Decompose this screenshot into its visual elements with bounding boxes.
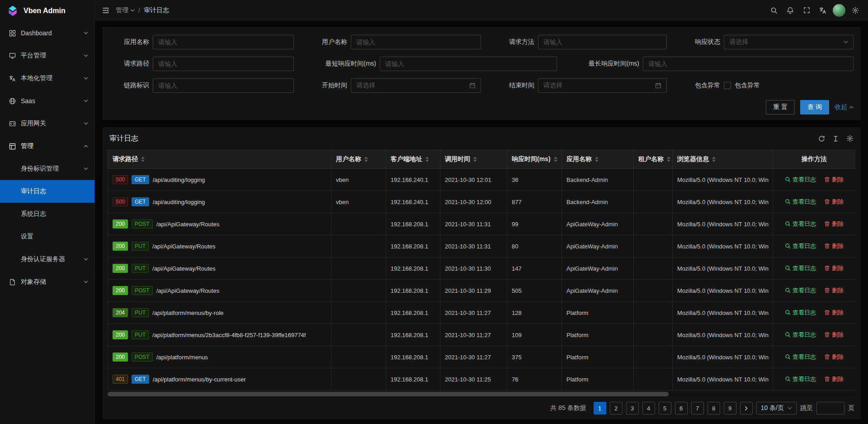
column-settings-icon[interactable]	[846, 135, 854, 142]
delete-button[interactable]: 删除	[824, 220, 844, 228]
column-header-browser[interactable]: 浏览器信息	[673, 150, 773, 169]
delete-button[interactable]: 删除	[824, 286, 844, 295]
sidebar-item-platform[interactable]: 平台管理	[0, 44, 94, 67]
sidebar-subitem-auth-server[interactable]: 身份认证服务器	[0, 248, 94, 271]
page-button-4[interactable]: 4	[642, 402, 655, 414]
sidebar-item-saas[interactable]: Saas	[0, 90, 94, 112]
client-address-cell: 192.168.240.1	[386, 169, 440, 191]
view-log-button[interactable]: 查看日志	[785, 198, 816, 206]
page-button-1[interactable]: 1	[594, 402, 606, 414]
sidebar-subitem-settings[interactable]: 设置	[0, 225, 94, 248]
delete-button[interactable]: 删除	[824, 331, 844, 339]
collapse-toggle[interactable]: 收起	[835, 103, 854, 111]
column-header-ms[interactable]: 响应时间(ms)	[507, 150, 562, 169]
sidebar-item-object-storage[interactable]: 对象存储	[0, 271, 94, 293]
delete-button[interactable]: 删除	[824, 264, 844, 272]
column-header-client[interactable]: 客户端地址	[386, 150, 440, 169]
column-header-tenant[interactable]: 租户名称	[634, 150, 673, 169]
refresh-icon[interactable]	[818, 135, 825, 142]
user-avatar[interactable]	[831, 0, 847, 21]
column-header-app[interactable]: 应用名称	[562, 150, 634, 169]
page-button-9[interactable]: 9	[724, 402, 736, 414]
user-name-input[interactable]	[351, 35, 481, 49]
sidebar-item-localization[interactable]: 本地化管理	[0, 67, 94, 90]
sidebar-item-management[interactable]: 管理	[0, 135, 94, 157]
sort-icon[interactable]	[364, 157, 368, 162]
response-time-cell: 36	[507, 169, 562, 191]
query-button[interactable]: 查 询	[800, 100, 829, 114]
jump-page-input[interactable]	[816, 402, 844, 414]
delete-button[interactable]: 删除	[824, 375, 844, 383]
end-time-picker[interactable]: 请选择	[538, 78, 667, 93]
notification-bell-icon[interactable]	[782, 0, 798, 21]
menu-fold-icon[interactable]	[98, 0, 114, 21]
view-log-button[interactable]: 查看日志	[785, 286, 816, 295]
scrollbar-thumb[interactable]	[108, 392, 669, 396]
view-log-button[interactable]: 查看日志	[785, 176, 816, 184]
menu-item-label: 对象存储	[21, 278, 79, 286]
delete-button[interactable]: 删除	[824, 353, 844, 361]
column-header-user[interactable]: 用户名称	[331, 150, 386, 169]
call-time-cell: 2021-10-30 11:27	[440, 302, 507, 324]
delete-button[interactable]: 删除	[824, 198, 844, 206]
sidebar-subitem-audit-log[interactable]: 审计日志	[0, 180, 94, 203]
view-log-button[interactable]: 查看日志	[785, 309, 816, 317]
request-path-input[interactable]	[153, 57, 294, 71]
table-header-bar: 审计日志	[108, 127, 855, 150]
search-icon[interactable]	[766, 0, 782, 21]
page-button-7[interactable]: 7	[691, 402, 704, 414]
max-response-time-input[interactable]	[643, 57, 854, 71]
logo[interactable]: Vben Admin	[0, 0, 94, 22]
sort-icon[interactable]	[595, 157, 599, 162]
settings-gear-icon[interactable]	[847, 0, 863, 21]
chevron-down-icon	[84, 53, 88, 58]
column-header-time[interactable]: 调用时间	[440, 150, 507, 169]
reset-button[interactable]: 重 置	[766, 100, 795, 114]
view-log-button[interactable]: 查看日志	[785, 353, 816, 361]
min-response-time-input[interactable]	[380, 57, 557, 71]
sort-icon[interactable]	[425, 157, 429, 162]
page-button-6[interactable]: 6	[675, 402, 688, 414]
sidebar-item-app-gateway[interactable]: 应用网关	[0, 112, 94, 135]
sidebar-item-dashboard[interactable]: Dashboard	[0, 22, 94, 44]
view-log-button[interactable]: 查看日志	[785, 242, 816, 250]
sort-icon[interactable]	[712, 157, 716, 162]
breadcrumb-root[interactable]: 管理	[116, 6, 135, 14]
trace-id-input[interactable]	[153, 78, 294, 93]
sort-icon[interactable]	[473, 157, 477, 162]
delete-button[interactable]: 删除	[824, 176, 844, 184]
view-log-button[interactable]: 查看日志	[785, 220, 816, 228]
topbar: 管理 / 审计日志	[95, 0, 868, 21]
view-log-button[interactable]: 查看日志	[785, 331, 816, 339]
include-exception-checkbox[interactable]	[724, 82, 731, 89]
audit-log-table: 请求路径 用户名称 客户端地址 调用时间 响应时间(ms) 应用名称 租户名称 …	[108, 150, 855, 391]
response-status-select[interactable]: 请选择	[724, 35, 854, 49]
request-method-input[interactable]	[538, 35, 667, 49]
topbar-actions	[766, 0, 863, 21]
page-button-8[interactable]: 8	[708, 402, 720, 414]
delete-button[interactable]: 删除	[824, 242, 844, 250]
row-height-icon[interactable]	[832, 135, 839, 142]
sidebar-subitem-system-log[interactable]: 系统日志	[0, 203, 94, 225]
start-time-picker[interactable]: 请选择	[351, 78, 481, 93]
app-name-input[interactable]	[153, 35, 294, 49]
app-name-cell: Backend-Admin	[562, 169, 634, 191]
view-log-button[interactable]: 查看日志	[785, 375, 816, 383]
page-button-3[interactable]: 3	[626, 402, 639, 414]
page-button-2[interactable]: 2	[610, 402, 623, 414]
fullscreen-icon[interactable]	[798, 0, 815, 21]
sort-icon[interactable]	[667, 157, 670, 162]
table-row: 200POST/api/ApiGateway/Routes 192.168.20…	[108, 280, 856, 302]
locale-icon[interactable]	[815, 0, 831, 21]
status-badge: 200	[113, 286, 128, 295]
sidebar-subitem-identity[interactable]: 身份标识管理	[0, 157, 94, 180]
browser-info-cell: Mozilla/5.0 (Windows NT 10.0; Win	[673, 324, 773, 346]
delete-button[interactable]: 删除	[824, 309, 844, 317]
page-size-select[interactable]: 10 条/页	[756, 402, 797, 414]
column-header-path[interactable]: 请求路径	[108, 150, 331, 169]
sort-icon[interactable]	[554, 157, 557, 162]
next-page-button[interactable]	[740, 402, 753, 414]
page-button-5[interactable]: 5	[659, 402, 671, 414]
sort-icon[interactable]	[141, 157, 145, 162]
view-log-button[interactable]: 查看日志	[785, 264, 816, 272]
